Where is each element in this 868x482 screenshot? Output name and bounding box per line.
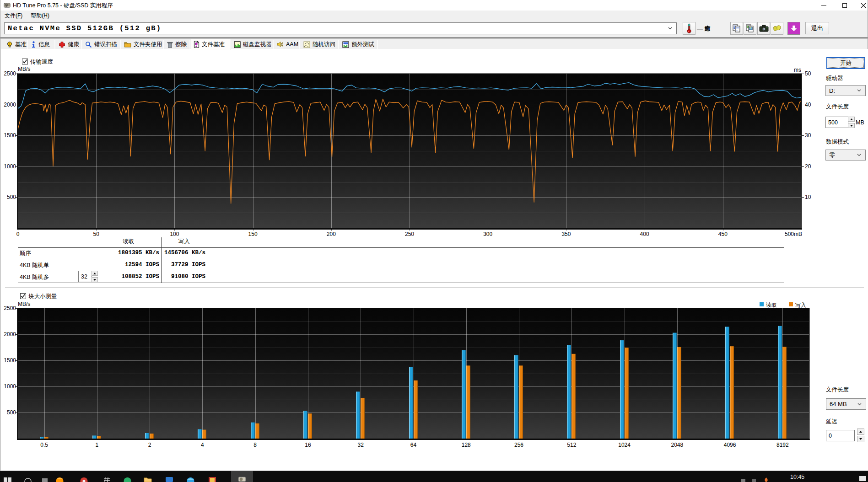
wechat-icon[interactable] xyxy=(124,477,131,482)
x-tick-label: 50 xyxy=(85,231,108,237)
drive-combobox[interactable]: D: xyxy=(825,85,866,96)
thermometer-icon xyxy=(686,23,692,33)
toolbar: Netac NVMe SSD 512GB (512 gB) — 癒 xyxy=(0,21,868,37)
drive-select-combobox[interactable]: Netac NVMe SSD 512GB (512 gB) xyxy=(4,22,677,34)
tab-folder-usage[interactable]: 文件夹使用 xyxy=(122,40,164,49)
music-icon[interactable] xyxy=(80,477,88,482)
copy-image-button[interactable] xyxy=(744,22,756,35)
tab-benchmark[interactable]: 基准 xyxy=(4,40,28,49)
spin-up-icon[interactable] xyxy=(848,117,855,122)
y-tick xyxy=(15,105,17,105)
tab-random-access[interactable]: 随机访问 xyxy=(301,40,339,49)
file-length-input[interactable]: 500 xyxy=(825,117,848,128)
hands-button[interactable] xyxy=(771,22,783,35)
delay-input[interactable]: 0 xyxy=(826,430,855,441)
menu-help[interactable]: 帮助(H) xyxy=(27,11,54,21)
redgold-app-icon[interactable] xyxy=(209,477,216,482)
tray-icon[interactable] xyxy=(752,479,756,482)
info-icon xyxy=(31,41,36,48)
x-tick-label: 0 xyxy=(6,231,29,237)
transfer-speed-chart xyxy=(17,73,802,230)
4kb-multi-read-value: 108852 IOPS xyxy=(69,273,159,280)
y-tick-label: 1500 xyxy=(0,357,16,364)
chart1-y2-unit: ms xyxy=(778,67,801,73)
taskbar: 10:45 xyxy=(0,471,868,482)
x-tick xyxy=(96,229,97,230)
y2-tick xyxy=(802,74,804,74)
tray-app-icon[interactable] xyxy=(42,478,48,482)
spin-down-icon[interactable] xyxy=(857,436,864,442)
tab-aam[interactable]: AAM xyxy=(275,40,300,49)
hdtune-active-icon[interactable] xyxy=(238,477,246,482)
drive-combo-value: Netac NVMe SSD 512GB (512 gB) xyxy=(5,24,162,32)
data-mode-combobox[interactable]: 零 xyxy=(825,150,866,161)
4kb-single-write-value: 37729 IOPS xyxy=(162,262,205,268)
y-tick-label: 2000 xyxy=(0,102,16,108)
file-length2-combobox[interactable]: 64 MB xyxy=(826,398,866,410)
exit-button[interactable]: 退出 xyxy=(805,22,829,34)
maximize-button[interactable] xyxy=(834,0,855,11)
ime-indicator[interactable] xyxy=(859,476,866,481)
tab-disk-monitor[interactable]: 磁盘监视器 xyxy=(232,40,274,49)
start-icon[interactable] xyxy=(4,477,11,482)
y2-tick xyxy=(802,135,804,136)
tab-error-scan[interactable]: 错误扫描 xyxy=(83,40,121,49)
x-tick xyxy=(566,229,566,230)
x-tick-label: 400 xyxy=(633,231,656,237)
delay-spinner[interactable] xyxy=(857,428,864,442)
search-circle-icon[interactable] xyxy=(24,477,32,482)
spin-up-icon[interactable] xyxy=(857,428,864,435)
y-tick xyxy=(15,166,17,167)
tab-extra-tests[interactable]: 额外测试 xyxy=(340,40,378,49)
y-tick xyxy=(15,135,17,136)
file-length-spinner[interactable] xyxy=(848,117,855,128)
y-tick xyxy=(15,360,17,361)
tray-flame-icon[interactable] xyxy=(763,477,769,482)
camera-button[interactable] xyxy=(757,22,770,35)
taskbar-clock[interactable]: 10:45 xyxy=(790,474,809,480)
hash-icon[interactable] xyxy=(103,477,110,482)
hdtune-window: HD Tune Pro 5.75 - 硬盘/SSD 实用程序 文件(F) 帮助(… xyxy=(0,0,868,471)
tab-health[interactable]: 健康 xyxy=(56,40,82,49)
tab-erase[interactable]: 擦除 xyxy=(165,40,190,49)
close-button[interactable] xyxy=(858,0,868,11)
x-cat-label: 2 xyxy=(136,442,163,448)
col-header-read: 读取 xyxy=(123,238,134,246)
spin-down-icon[interactable] xyxy=(848,123,855,128)
arrow-down-button[interactable] xyxy=(787,22,800,35)
copy-text-button[interactable] xyxy=(730,22,743,35)
y2-tick-label: 40 xyxy=(805,102,811,108)
tray-icon[interactable] xyxy=(741,479,745,482)
camera-icon xyxy=(759,25,769,32)
x-cat-label: 4096 xyxy=(716,442,744,448)
y-tick xyxy=(15,74,17,74)
disk-monitor-icon xyxy=(234,41,241,48)
x-tick xyxy=(18,229,18,230)
y-tick xyxy=(15,197,17,198)
tab-info[interactable]: 信息 xyxy=(29,40,55,49)
arrow-down-icon xyxy=(790,25,798,32)
row-label-4kb-multi: 4KB 随机多 xyxy=(20,273,49,281)
block-size-checkbox[interactable] xyxy=(20,293,26,299)
x-tick-label: 500mB xyxy=(755,231,802,237)
table-bottom-rule xyxy=(18,283,784,283)
edge-icon[interactable] xyxy=(187,477,194,482)
transfer-speed-checkbox[interactable] xyxy=(22,59,28,64)
x-tick xyxy=(723,229,723,230)
x-tick-label: 250 xyxy=(398,231,421,237)
x-cat-label: 1024 xyxy=(611,442,638,448)
x-cat-label: 8 xyxy=(242,442,269,448)
delay-label: 延迟 xyxy=(826,418,837,426)
hard-disk-icon xyxy=(4,2,11,9)
blue-app-icon[interactable] xyxy=(166,477,173,482)
x-cat-label: 16 xyxy=(294,442,322,448)
menu-file[interactable]: 文件(F) xyxy=(0,11,27,21)
start-button[interactable]: 开始 xyxy=(826,57,865,69)
firefox-icon[interactable] xyxy=(56,477,64,482)
minimize-button[interactable] xyxy=(814,0,834,11)
temperature-button[interactable] xyxy=(683,22,695,35)
tab-file-benchmark[interactable]: 文件基准 xyxy=(191,39,231,50)
y-tick-label: 1500 xyxy=(0,132,16,139)
explorer-icon[interactable] xyxy=(144,477,152,482)
x-tick xyxy=(253,229,253,230)
